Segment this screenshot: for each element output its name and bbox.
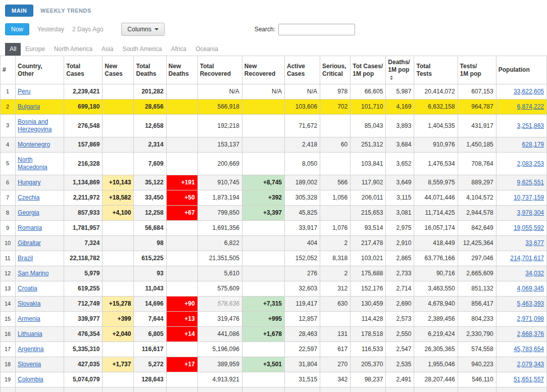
new-recovered xyxy=(242,342,284,357)
country-link[interactable]: Romania xyxy=(18,224,42,231)
total-cases: 619,255 xyxy=(64,281,103,297)
population-link[interactable]: 6,874,222 xyxy=(517,103,544,110)
total-deaths: 56,684 xyxy=(134,221,166,236)
country-link[interactable]: Armenia xyxy=(18,315,40,322)
population-link[interactable]: 628,179 xyxy=(522,141,544,148)
total-recovered: 575,609 xyxy=(197,281,242,297)
country-link[interactable]: Peru xyxy=(18,88,30,95)
total-recovered: 578,636 xyxy=(197,297,242,312)
column-header-population[interactable]: Population xyxy=(496,56,546,84)
total-cases: 276,548 xyxy=(64,115,103,137)
country-link[interactable]: Bosnia and Herzegovina xyxy=(18,118,52,133)
now-button[interactable]: Now xyxy=(5,23,29,35)
population-link[interactable]: 34,032 xyxy=(525,270,544,277)
total-tests: 16,057,174 xyxy=(414,221,458,236)
region-tab-oceania[interactable]: Oceania xyxy=(191,43,223,56)
region-tab-all[interactable]: All xyxy=(5,43,21,56)
column-header-total-deaths[interactable]: Total Deaths xyxy=(134,56,166,84)
tests-per-1m: 431,917 xyxy=(458,115,496,137)
deaths-per-1m: 2,416 xyxy=(386,387,414,392)
active-cases: 71,672 xyxy=(284,115,320,137)
column-header-active-cases[interactable]: Active Cases xyxy=(284,56,320,84)
population-link[interactable]: 2,079,343 xyxy=(517,361,544,368)
total-recovered: 1,873,194 xyxy=(197,190,242,206)
country-link[interactable]: Croatia xyxy=(18,285,37,292)
country-link[interactable]: Georgia xyxy=(18,209,39,216)
total-recovered: 319,476 xyxy=(197,312,242,327)
country-link[interactable]: San Marino xyxy=(18,270,48,277)
deaths-per-1m: 2,573 xyxy=(386,312,414,327)
deaths-per-1m: 3,649 xyxy=(386,175,414,190)
tests-per-1m: 856,417 xyxy=(458,297,496,312)
country-link[interactable]: North Macedonia xyxy=(18,156,47,171)
search-input[interactable] xyxy=(278,24,355,35)
country-link[interactable]: Lithuania xyxy=(18,330,42,337)
tab-weekly-trends[interactable]: WEEKLY TRENDS xyxy=(40,8,91,14)
population-link[interactable]: 33,622,605 xyxy=(514,88,544,95)
column-header-new-cases[interactable]: New Cases xyxy=(103,56,134,84)
population-link[interactable]: 214,701,617 xyxy=(510,255,544,262)
population-link[interactable]: 45,783,654 xyxy=(514,346,544,353)
total-deaths: 93 xyxy=(134,266,166,281)
column-header-deaths-per-1m[interactable]: Deaths/ 1M pop xyxy=(386,56,414,84)
population-link[interactable]: 4,069,345 xyxy=(517,285,544,292)
region-tab-europe[interactable]: Europe xyxy=(21,43,49,56)
region-tab-north-america[interactable]: North America xyxy=(49,43,97,56)
region-tab-south-america[interactable]: South America xyxy=(118,43,166,56)
cases-per-1m: 205,370 xyxy=(351,357,386,372)
population-link[interactable]: 2,668,376 xyxy=(517,330,544,337)
tab-main[interactable]: MAIN xyxy=(5,5,33,17)
column-header-total-tests[interactable]: Total Tests xyxy=(414,56,458,84)
country-link[interactable]: Gibraltar xyxy=(18,239,41,247)
total-deaths: 12,258 xyxy=(134,206,166,221)
column-header-total-cases[interactable]: Total Cases xyxy=(64,56,103,84)
deaths-per-1m: 3,115 xyxy=(386,190,414,206)
column-header-serious-critical[interactable]: Serious, Critical xyxy=(320,56,351,84)
country-link[interactable]: Slovakia xyxy=(18,300,40,307)
country-link[interactable]: Colombia xyxy=(18,376,43,383)
cases-per-1m: 117,902 xyxy=(351,175,386,190)
country-link[interactable]: Hungary xyxy=(18,179,40,186)
column-header-tests-per-1m[interactable]: Tests/ 1M pop xyxy=(458,56,496,84)
country-link[interactable]: Brazil xyxy=(18,255,33,262)
population-link[interactable]: 19,055,592 xyxy=(514,224,544,231)
total-cases: 857,933 xyxy=(64,206,103,221)
columns-button[interactable]: Columns xyxy=(121,23,164,36)
population-link[interactable]: 33,677 xyxy=(525,239,544,247)
country: Czechia xyxy=(16,190,64,206)
table-row: 16Lithuania476,354+2,0406,805+14441,086+… xyxy=(1,327,547,342)
deaths-per-1m: 3,684 xyxy=(386,137,414,153)
cases-per-1m: 101,710 xyxy=(351,100,386,115)
population-link[interactable]: 51,651,557 xyxy=(514,376,544,383)
country-link[interactable]: Czechia xyxy=(18,194,39,201)
column-header-num[interactable]: # xyxy=(1,56,16,84)
population-link[interactable]: 10,737,159 xyxy=(514,194,544,201)
population: 6,874,222 xyxy=(496,100,546,115)
deaths-per-1m: 2,865 xyxy=(386,251,414,266)
country-link[interactable]: Argentina xyxy=(18,346,43,353)
column-header-total-recovered[interactable]: Total Recovered xyxy=(197,56,242,84)
region-tab-asia[interactable]: Asia xyxy=(97,43,118,56)
population-link[interactable]: 5,463,393 xyxy=(517,300,544,307)
country-link[interactable]: Bulgaria xyxy=(18,103,40,110)
country: Lithuania xyxy=(16,327,64,342)
population-link[interactable]: 3,978,304 xyxy=(517,209,544,216)
population-link[interactable]: 3,251,863 xyxy=(517,122,544,129)
row-number: 10 xyxy=(1,236,16,251)
column-header-cases-per-1m[interactable]: Tot Cases/ 1M pop xyxy=(351,56,386,84)
country-link[interactable]: Montenegro xyxy=(18,141,50,148)
tests-per-1m: 889,297 xyxy=(458,175,496,190)
new-cases xyxy=(103,387,134,392)
country-link[interactable]: Slovenia xyxy=(18,361,41,368)
population-link[interactable]: 9,625,551 xyxy=(517,179,544,186)
new-recovered: +392 xyxy=(242,190,284,206)
yesterday-button[interactable]: Yesterday xyxy=(37,26,64,33)
region-tab-africa[interactable]: Africa xyxy=(166,43,191,56)
column-header-country[interactable]: Country, Other xyxy=(16,56,64,84)
two-days-ago-button[interactable]: 2 Days Ago xyxy=(72,26,103,33)
column-header-new-deaths[interactable]: New Deaths xyxy=(166,56,197,84)
column-header-new-recovered[interactable]: New Recovered xyxy=(242,56,284,84)
population-link[interactable]: 2,971,098 xyxy=(517,315,544,322)
deaths-per-1m: 2,547 xyxy=(386,342,414,357)
population-link[interactable]: 2,083,253 xyxy=(517,160,544,167)
